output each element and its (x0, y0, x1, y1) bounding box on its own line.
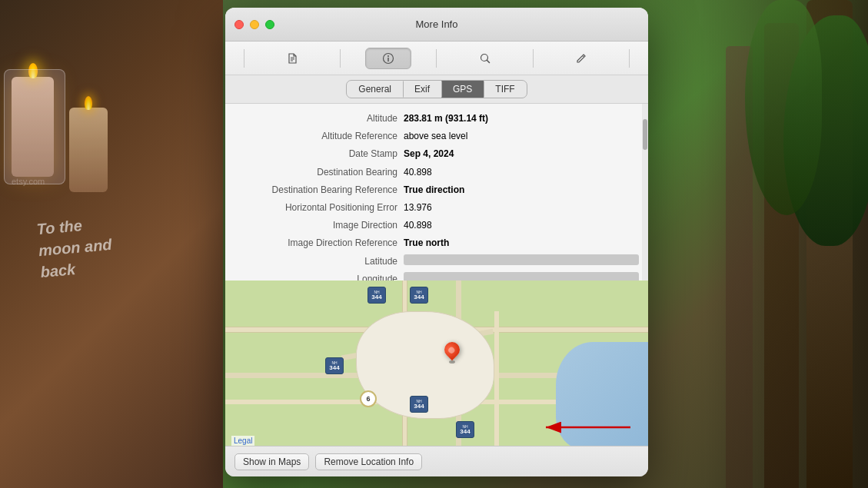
field-value-alt-ref: above sea level (404, 129, 639, 144)
field-value-latitude (404, 254, 639, 265)
scrollbar-thumb[interactable] (643, 119, 647, 150)
map-road-v3 (494, 311, 499, 446)
minimize-button[interactable] (250, 20, 259, 29)
toolbar-search-btn[interactable] (462, 48, 508, 69)
toolbar-sep-right (629, 49, 630, 68)
bottom-bar: Show in Maps Remove Location Info (225, 446, 648, 476)
remove-location-button[interactable]: Remove Location Info (315, 453, 422, 470)
field-label-h-pos-err: Horizontal Positioning Error (234, 201, 404, 215)
map-pin-shadow (449, 360, 455, 364)
highway-shield-3: NH 344 (325, 357, 344, 374)
field-value-dest-bearing: 40.898 (404, 165, 639, 180)
map-area[interactable]: NH 344 NH 344 NH 344 NH 344 NH 344 6 (225, 281, 648, 446)
tab-tiff[interactable]: TIFF (484, 81, 526, 98)
gps-content[interactable]: Altitude 283.81 m (931.14 ft) Altitude R… (225, 104, 648, 281)
svg-line-7 (487, 60, 489, 62)
traffic-lights (234, 20, 274, 29)
table-row: Latitude (225, 253, 648, 271)
map-pin-highlight (447, 346, 456, 354)
highway-shield-1: NH 344 (367, 287, 386, 304)
field-value-dest-bearing-ref: True direction (404, 183, 639, 198)
field-label-longitude: Longitude (234, 272, 404, 281)
field-value-img-dir: 40.898 (404, 218, 639, 233)
field-label-altitude: Altitude (234, 111, 404, 126)
field-label-latitude: Latitude (234, 254, 404, 269)
field-label-dest-bearing-ref: Destination Bearing Reference (234, 183, 404, 198)
scrollbar-track[interactable] (642, 104, 648, 281)
bg-left: To themoon andback etsy.com (0, 0, 223, 488)
map-water (556, 342, 648, 446)
candle-flame-2 (85, 96, 92, 110)
tab-general[interactable]: General (347, 81, 403, 98)
toolbar-file-btn[interactable] (269, 48, 315, 69)
table-row: Image Direction Reference True north (225, 234, 648, 252)
candle-2 (69, 108, 108, 192)
close-button[interactable] (234, 20, 244, 29)
titlebar: More Info (225, 8, 648, 41)
highway-shield-5: NH 344 (456, 421, 474, 438)
field-value-h-pos-err: 13.976 (404, 201, 639, 215)
field-value-img-dir-ref: True north (404, 236, 639, 251)
field-value-altitude: 283.81 m (931.14 ft) (404, 111, 639, 126)
toolbar (225, 41, 648, 75)
tab-group: General Exif GPS TIFF (346, 80, 527, 98)
toolbar-sep-2 (436, 49, 437, 68)
more-info-window: More Info (225, 8, 648, 476)
table-row: Image Direction 40.898 (225, 217, 648, 234)
table-row: Longitude (225, 271, 648, 281)
map-pin-body (441, 339, 463, 360)
table-row: Altitude Reference above sea level (225, 128, 648, 145)
table-row: Horizontal Positioning Error 13.976 (225, 199, 648, 217)
window-title: More Info (416, 18, 458, 30)
info-table: Altitude 283.81 m (931.14 ft) Altitude R… (225, 104, 648, 281)
tabs-bar: General Exif GPS TIFF (225, 75, 648, 104)
tab-gps[interactable]: GPS (441, 81, 484, 98)
field-label-dest-bearing: Destination Bearing (234, 165, 404, 180)
field-value-date-stamp: Sep 4, 2024 (404, 147, 639, 161)
map-background: NH 344 NH 344 NH 344 NH 344 NH 344 6 (225, 281, 648, 446)
svg-line-8 (582, 55, 584, 57)
svg-point-4 (387, 55, 389, 57)
maximize-button[interactable] (265, 20, 274, 29)
highway-shield-2: NH 344 (410, 287, 428, 304)
toolbar-sep-1 (340, 49, 341, 68)
field-label-img-dir-ref: Image Direction Reference (234, 236, 404, 251)
toolbar-edit-btn[interactable] (558, 48, 604, 69)
field-label-alt-ref: Altitude Reference (234, 129, 404, 144)
table-row: Altitude 283.81 m (931.14 ft) (225, 110, 648, 128)
candle-glass (4, 69, 65, 184)
field-value-longitude (404, 272, 639, 281)
field-label-img-dir: Image Direction (234, 218, 404, 233)
map-pin (444, 342, 460, 362)
field-label-date-stamp: Date Stamp (234, 147, 404, 161)
table-row: Destination Bearing Reference True direc… (225, 181, 648, 199)
tab-exif[interactable]: Exif (403, 81, 441, 98)
toolbar-info-btn[interactable] (365, 48, 411, 69)
highway-shield-4: NH 344 (410, 396, 428, 413)
route-6-marker: 6 (360, 390, 377, 407)
map-legal-link[interactable]: Legal (231, 436, 254, 446)
show-in-maps-button[interactable]: Show in Maps (234, 453, 309, 470)
toolbar-sep-3 (533, 49, 534, 68)
table-row: Date Stamp Sep 4, 2024 (225, 145, 648, 163)
toolbar-sep-left (244, 49, 244, 68)
decorative-text: To themoon andback (36, 212, 115, 283)
table-row: Destination Bearing 40.898 (225, 164, 648, 181)
